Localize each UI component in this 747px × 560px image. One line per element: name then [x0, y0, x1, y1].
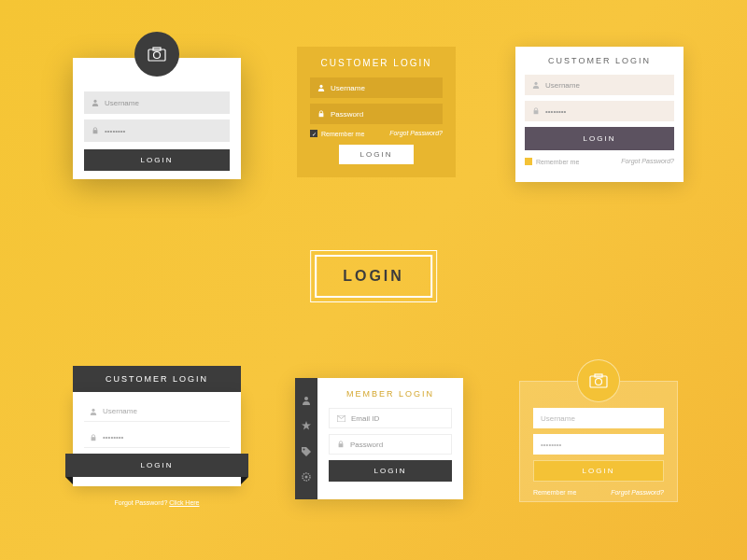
lock-icon [90, 434, 97, 441]
username-placeholder: Username [103, 407, 137, 415]
login-button[interactable]: LOGIN [533, 460, 664, 482]
card-title: MEMBER LOGIN [329, 389, 452, 399]
username-input[interactable]: Username [84, 91, 230, 114]
username-placeholder: Username [545, 81, 580, 90]
login-button[interactable]: LOGIN [84, 149, 230, 171]
card-title: CUSTOMER LOGIN [73, 366, 241, 392]
user-icon[interactable] [302, 396, 311, 405]
password-placeholder: Password [331, 110, 363, 119]
remember-label[interactable]: Remember me [533, 489, 576, 496]
login-button[interactable]: LOGIN [65, 454, 248, 477]
login-card-6: Username •••••••• LOGIN Remember me Forg… [519, 381, 678, 502]
forgot-password-link[interactable]: Forgot Password? [621, 158, 674, 165]
svg-rect-10 [92, 437, 96, 441]
svg-rect-4 [93, 130, 98, 133]
checkbox-icon [525, 158, 532, 165]
svg-point-12 [303, 448, 305, 450]
forgot-password-text: Forgot Password? Click Here [73, 499, 241, 506]
user-icon [92, 99, 99, 106]
login-button[interactable]: LOGIN [339, 145, 414, 164]
center-login-badge: LOGIN [310, 250, 437, 302]
user-icon [532, 81, 540, 89]
login-card-3: CUSTOMER LOGIN Username •••••••• LOGIN R… [515, 47, 684, 182]
login-card-4: CUSTOMER LOGIN Username •••••••• LOGIN F… [73, 366, 241, 506]
password-input[interactable]: •••••••• [533, 434, 664, 455]
checkbox-icon: ✓ [310, 130, 317, 137]
login-button[interactable]: LOGIN [525, 127, 674, 150]
lock-icon [337, 441, 345, 448]
sidebar [295, 378, 317, 499]
password-input[interactable]: Password [310, 104, 443, 124]
user-icon [90, 408, 97, 415]
username-input[interactable]: Username [84, 401, 230, 422]
remember-label: Remember me [536, 159, 579, 165]
username-input[interactable]: Username [533, 408, 664, 428]
card-title: CUSTOMER LOGIN [310, 58, 443, 68]
email-placeholder: Email ID [351, 414, 379, 423]
badge-label: LOGIN [315, 255, 432, 298]
gear-icon[interactable] [302, 472, 311, 482]
login-card-2: CUSTOMER LOGIN Username Password ✓ Remem… [297, 47, 456, 177]
username-placeholder: Username [331, 84, 365, 92]
svg-point-5 [319, 85, 322, 88]
remember-me-checkbox[interactable]: Remember me [525, 158, 579, 165]
camera-icon [148, 47, 166, 62]
lock-icon [532, 107, 540, 115]
lock-icon [317, 110, 325, 118]
lock-icon [92, 127, 99, 134]
svg-rect-17 [590, 376, 607, 387]
svg-rect-16 [339, 443, 344, 447]
password-input[interactable]: •••••••• [525, 101, 674, 121]
username-placeholder: Username [105, 99, 139, 107]
card-title: CUSTOMER LOGIN [525, 56, 674, 65]
password-input[interactable]: •••••••• [84, 119, 230, 142]
forgot-password-link[interactable]: Click Here [169, 499, 199, 506]
username-placeholder: Username [541, 414, 575, 423]
email-input[interactable]: Email ID [329, 408, 452, 428]
svg-point-3 [93, 100, 96, 103]
svg-point-11 [304, 397, 308, 400]
user-icon [317, 84, 325, 91]
svg-point-14 [305, 476, 308, 479]
login-button[interactable]: LOGIN [329, 460, 452, 482]
login-card-1: Username •••••••• LOGIN [73, 58, 241, 179]
forgot-password-link[interactable]: Forgot Password? [389, 130, 443, 137]
password-value: •••••••• [545, 107, 566, 116]
avatar-circle [577, 359, 620, 402]
password-value: •••••••• [105, 127, 125, 135]
svg-rect-8 [534, 110, 539, 114]
password-input[interactable]: •••••••• [84, 427, 230, 448]
svg-point-18 [596, 379, 602, 385]
svg-point-9 [92, 408, 94, 411]
mail-icon [337, 415, 345, 422]
login-card-5: MEMBER LOGIN Email ID Password LOGIN [295, 378, 463, 499]
svg-point-7 [534, 82, 537, 85]
tag-icon[interactable] [302, 447, 311, 456]
remember-label: Remember me [321, 131, 364, 137]
star-icon[interactable] [302, 421, 311, 430]
username-input[interactable]: Username [525, 75, 674, 95]
password-value: •••••••• [103, 433, 123, 441]
password-input[interactable]: Password [329, 434, 452, 455]
remember-me-checkbox[interactable]: ✓ Remember me [310, 130, 364, 137]
svg-point-1 [154, 52, 161, 59]
forgot-password-link[interactable]: Forgot Password? [611, 489, 664, 496]
username-input[interactable]: Username [310, 77, 443, 98]
password-placeholder: Password [350, 441, 383, 449]
camera-icon [589, 373, 608, 388]
svg-rect-0 [148, 49, 165, 61]
svg-rect-6 [319, 113, 324, 117]
avatar-circle [134, 32, 179, 77]
password-value: •••••••• [541, 441, 561, 449]
